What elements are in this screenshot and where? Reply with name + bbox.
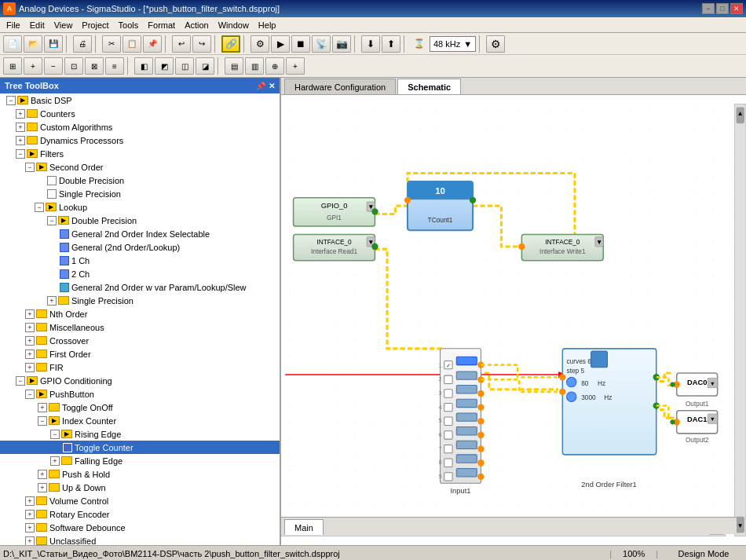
open-button[interactable]: 📂 xyxy=(24,35,42,53)
tree-single-prec-lookup[interactable]: + Single Precision xyxy=(0,294,280,307)
tree-nth-order[interactable]: + Nth Order xyxy=(0,307,280,320)
tb-b4[interactable]: ◪ xyxy=(196,57,214,75)
tree-crossover[interactable]: + Crossover xyxy=(0,334,280,347)
tree-gen-2nd-lookup[interactable]: General (2nd Order/Lookup) xyxy=(0,240,280,254)
ch7-checkbox[interactable] xyxy=(444,445,452,452)
tree-second-order[interactable]: − ▶ Second Order xyxy=(0,160,280,174)
settings-button[interactable]: ⚙ xyxy=(486,35,505,53)
undo-button[interactable]: ↩ xyxy=(172,35,191,53)
timer-out-port[interactable] xyxy=(470,197,476,203)
copy-button[interactable]: 📋 xyxy=(123,35,141,53)
tree-single-prec-1[interactable]: Single Precision xyxy=(0,187,280,200)
filter-freq2-knob[interactable] xyxy=(567,392,576,401)
tree-custom-alg[interactable]: + Custom Algorithms xyxy=(0,120,280,134)
filter-in1-port[interactable] xyxy=(559,374,565,380)
input-out5-port[interactable] xyxy=(477,418,484,424)
dac1-out-port[interactable] xyxy=(670,419,675,424)
expand-rising-edge[interactable]: − xyxy=(50,430,60,439)
ch1-bar[interactable] xyxy=(456,357,477,364)
expand-dynamics[interactable]: + xyxy=(16,136,25,145)
input-out6-port[interactable] xyxy=(477,432,484,438)
tree-filters[interactable]: − ▶ Filters xyxy=(0,147,280,160)
tree-body[interactable]: − ▶ Basic DSP + Counters + Custom Algori… xyxy=(0,93,280,545)
tree-1ch[interactable]: 1 Ch xyxy=(0,254,280,267)
tree-double-prec-1[interactable]: Double Precision xyxy=(0,174,280,187)
expand-lookup[interactable]: − xyxy=(35,203,44,212)
schematic-canvas[interactable]: GPIO_0 ▼ GPI1 10 TCount1 INTFACE_0 xyxy=(281,95,746,545)
zoom-in-button[interactable]: + xyxy=(24,57,42,75)
run-button[interactable]: ▶ xyxy=(271,35,290,53)
expand-volume-control[interactable]: + xyxy=(25,496,35,506)
gpio-out-port[interactable] xyxy=(371,208,378,214)
expand-unclassified[interactable]: + xyxy=(25,536,35,546)
expand-custom-alg[interactable]: + xyxy=(16,123,25,132)
tree-counters[interactable]: + Counters xyxy=(0,107,280,120)
save-button[interactable]: 💾 xyxy=(44,35,63,53)
input-out4-port[interactable] xyxy=(477,404,484,410)
expand-sw-debounce[interactable]: + xyxy=(25,523,35,533)
tree-sw-debounce[interactable]: + Software Debounce xyxy=(0,521,280,534)
expand-second-order[interactable]: − xyxy=(25,163,35,172)
cut-button[interactable]: ✂ xyxy=(102,35,121,53)
stop-button[interactable]: ⏹ xyxy=(291,35,310,53)
tree-lookup[interactable]: − ▶ Lookup xyxy=(0,200,280,214)
tab-schematic[interactable]: Schematic xyxy=(397,79,461,94)
expand-single-lookup[interactable]: + xyxy=(47,296,57,306)
expand-up-down[interactable]: + xyxy=(38,483,47,492)
tb-b1[interactable]: ◧ xyxy=(134,57,153,75)
probe-button[interactable]: 📡 xyxy=(312,35,331,53)
tree-push-hold[interactable]: + Push & Hold xyxy=(0,467,280,481)
compile-button[interactable]: ⚙ xyxy=(250,35,269,53)
input-out7-port[interactable] xyxy=(477,445,484,452)
zoom-fit-button[interactable]: ⊞ xyxy=(3,57,22,75)
tree-falling-edge[interactable]: + Falling Edge xyxy=(0,454,280,467)
iface-read-out-port[interactable] xyxy=(371,243,378,250)
tree-unclassified[interactable]: + Unclassified xyxy=(0,534,280,545)
tb-b7[interactable]: ⊕ xyxy=(265,57,284,75)
tree-close-button[interactable]: ✕ xyxy=(269,82,275,90)
grid-button[interactable]: ⊡ xyxy=(64,57,83,75)
tree-index-counter[interactable]: − ▶ Index Counter xyxy=(0,414,280,427)
tree-pushbutton[interactable]: − ▶ PushButton xyxy=(0,387,280,401)
tree-dynamics[interactable]: + Dynamics Processors xyxy=(0,134,280,147)
filter-freq1-knob[interactable] xyxy=(567,377,576,386)
input-out9-port[interactable] xyxy=(477,474,484,480)
tree-2ch[interactable]: 2 Ch xyxy=(0,267,280,280)
menu-edit[interactable]: Edit xyxy=(25,19,49,31)
timer-in-port[interactable] xyxy=(404,197,411,203)
dac0-out-port[interactable] xyxy=(670,382,675,386)
ch6-checkbox[interactable] xyxy=(444,431,452,439)
tree-toggle-counter[interactable]: Toggle Counter xyxy=(0,441,280,454)
right-scrollbar[interactable] xyxy=(734,104,746,536)
tree-first-order[interactable]: + First Order xyxy=(0,347,280,361)
menu-action[interactable]: Action xyxy=(180,19,214,31)
input-out8-port[interactable] xyxy=(477,459,484,466)
menu-window[interactable]: Window xyxy=(214,19,254,31)
ch3-checkbox[interactable] xyxy=(444,390,452,397)
ch2-checkbox[interactable] xyxy=(444,375,452,383)
tree-rising-edge[interactable]: − ▶ Rising Edge xyxy=(0,427,280,441)
maximize-button[interactable]: □ xyxy=(716,3,729,14)
tree-gen-2nd-idx[interactable]: General 2nd Order Index Selectable xyxy=(0,227,280,240)
tab-hardware-config[interactable]: Hardware Configuration xyxy=(284,79,396,94)
expand-falling-edge[interactable]: + xyxy=(50,456,60,466)
tree-up-down[interactable]: + Up & Down xyxy=(0,481,280,494)
expand-index-counter[interactable]: − xyxy=(38,416,47,426)
expand-crossover[interactable]: + xyxy=(25,336,35,346)
expand-misc[interactable]: + xyxy=(25,323,35,332)
expand-counters[interactable]: + xyxy=(16,109,25,119)
filter-in2-port[interactable] xyxy=(559,389,565,395)
download-button[interactable]: ⬇ xyxy=(361,35,380,53)
expand-first-order[interactable]: + xyxy=(25,350,35,359)
tree-volume-control[interactable]: + Volume Control xyxy=(0,494,280,507)
tb-b3[interactable]: ◫ xyxy=(175,57,194,75)
expand-push-hold[interactable]: + xyxy=(38,470,47,479)
expand-pushbutton[interactable]: − xyxy=(25,390,35,399)
tree-basic-dsp[interactable]: − ▶ Basic DSP xyxy=(0,93,280,107)
ch8-checkbox[interactable] xyxy=(444,459,452,467)
tree-gen-2nd-var[interactable]: General 2nd Order w var Param/Lookup/Sle… xyxy=(0,280,280,294)
menu-project[interactable]: Project xyxy=(77,19,113,31)
tb-b2[interactable]: ◩ xyxy=(155,57,174,75)
redo-button[interactable]: ↪ xyxy=(192,35,211,53)
tree-gpio-cond[interactable]: − ▶ GPIO Conditioning xyxy=(0,374,280,387)
